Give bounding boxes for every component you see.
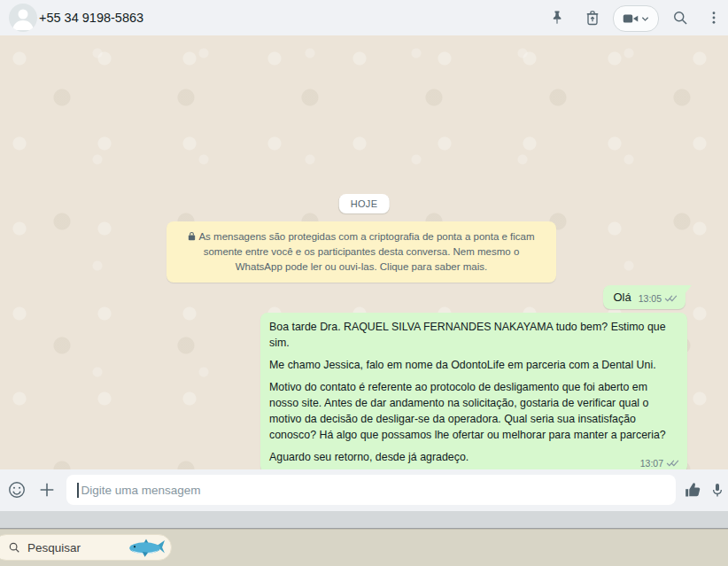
- chat-area: HOJE As mensagens são protegidas com a c…: [0, 35, 728, 469]
- composer-bar: [0, 469, 728, 511]
- like-button[interactable]: [681, 478, 704, 501]
- menu-button[interactable]: [703, 7, 724, 28]
- person-icon: [9, 4, 37, 32]
- message-paragraph: Me chamo Jessica, falo em nome da Odonto…: [269, 357, 678, 373]
- video-call-button[interactable]: [613, 5, 659, 32]
- video-call-icon: [623, 12, 639, 25]
- message-time: 13:07: [640, 458, 663, 469]
- window-bottom-edge: [0, 511, 728, 529]
- message-time: 13:05: [639, 293, 662, 304]
- message-bubble-outgoing[interactable]: Boa tarde Dra. RAQUEL SILVA FERNANDES NA…: [260, 313, 687, 473]
- search-icon: [8, 541, 20, 554]
- taskbar: Pesquisar: [0, 529, 728, 566]
- avatar[interactable]: [9, 4, 37, 32]
- whatsapp-window: +55 34 9198-5863: [0, 0, 728, 566]
- delete-button[interactable]: [582, 7, 603, 28]
- message-paragraph: Boa tarde Dra. RAQUEL SILVA FERNANDES NA…: [269, 319, 678, 351]
- message-paragraph: Aguardo seu retorno, desde já agradeço.: [269, 449, 678, 465]
- double-check-icon: [666, 459, 679, 468]
- message-bubble-outgoing[interactable]: Olá 13:05: [603, 285, 685, 309]
- chat-header: +55 34 9198-5863: [0, 0, 728, 35]
- lock-icon: [188, 231, 196, 241]
- pin-button[interactable]: [546, 7, 568, 28]
- chevron-down-icon: [641, 16, 649, 22]
- message-input[interactable]: [79, 484, 677, 497]
- search-icon: [671, 9, 689, 27]
- message-input-wrap: [66, 475, 676, 505]
- contact-name[interactable]: +55 34 9198-5863: [39, 0, 143, 35]
- mic-icon: [709, 481, 726, 500]
- trash-icon: [584, 9, 601, 27]
- menu-icon: [706, 10, 722, 26]
- shark-icon: [127, 536, 166, 559]
- encryption-text: As mensagens são protegidas com a cripto…: [198, 231, 534, 272]
- attach-button[interactable]: [35, 478, 58, 501]
- pin-icon: [548, 9, 566, 27]
- search-button[interactable]: [670, 7, 691, 28]
- emoji-button[interactable]: [5, 478, 28, 501]
- message-paragraph: Motivo do contato é referente ao protoco…: [269, 379, 678, 443]
- date-divider: HOJE: [339, 194, 390, 213]
- emoji-icon: [7, 480, 27, 500]
- thumbs-up-icon: [684, 481, 702, 500]
- taskbar-search[interactable]: Pesquisar: [0, 534, 172, 561]
- taskbar-search-label: Pesquisar: [27, 541, 127, 554]
- double-check-icon: [664, 294, 678, 303]
- message-text: Olá: [613, 291, 631, 304]
- encryption-banner[interactable]: As mensagens são protegidas com a cripto…: [167, 221, 556, 283]
- bubble-tail: [685, 285, 692, 294]
- attach-plus-icon: [37, 480, 57, 500]
- mic-button[interactable]: [706, 478, 728, 501]
